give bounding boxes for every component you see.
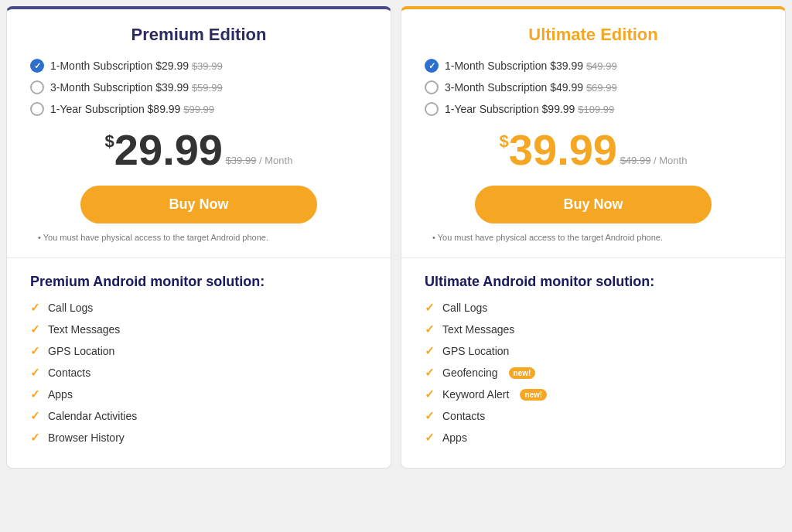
premium-sub-3month-strike: $59.99	[192, 82, 223, 94]
ultimate-sub-1year-strike: $109.99	[578, 104, 614, 115]
ultimate-sub-1year-label: 1-Year Subscription $99.99 $109.99	[445, 103, 614, 115]
ultimate-subscription-options: 1-Month Subscription $39.99 $49.99 3-Mon…	[425, 59, 762, 116]
check-icon: ✓	[30, 301, 40, 315]
ultimate-price-display: $39.99 $49.99 / Month	[425, 128, 762, 172]
premium-feature-calendar: ✓ Calendar Activities	[30, 409, 367, 423]
check-icon: ✓	[30, 344, 40, 358]
premium-feature-apps-label: Apps	[48, 388, 73, 401]
premium-feature-apps: ✓ Apps	[30, 387, 367, 401]
premium-radio-1year	[30, 102, 44, 116]
ultimate-feature-gps: ✓ GPS Location	[425, 344, 762, 358]
premium-feature-browser-label: Browser History	[48, 431, 125, 444]
ultimate-card: Ultimate Edition 1-Month Subscription $3…	[401, 6, 786, 469]
premium-card: Premium Edition 1-Month Subscription $29…	[6, 6, 391, 469]
premium-card-top: Premium Edition 1-Month Subscription $29…	[7, 9, 391, 258]
premium-feature-text-messages: ✓ Text Messages	[30, 322, 367, 336]
premium-sub-1year[interactable]: 1-Year Subscription $89.99 $99.99	[30, 102, 367, 116]
keyword-alert-new-badge: new!	[520, 389, 547, 401]
check-icon: ✓	[425, 366, 435, 380]
premium-feature-gps: ✓ GPS Location	[30, 344, 367, 358]
ultimate-title: Ultimate Edition	[425, 25, 762, 45]
ultimate-sub-3month-strike: $69.99	[586, 82, 617, 94]
ultimate-feature-contacts: ✓ Contacts	[425, 409, 762, 423]
ultimate-sub-3month-label: 3-Month Subscription $49.99 $69.99	[445, 81, 617, 94]
premium-features-section: Premium Android monitor solution: ✓ Call…	[7, 258, 391, 468]
premium-price-currency: $	[105, 133, 114, 150]
premium-price-original: $39.99	[226, 155, 257, 166]
ultimate-price-currency: $	[500, 133, 509, 150]
check-icon: ✓	[425, 387, 435, 401]
ultimate-buy-button[interactable]: Buy Now	[475, 186, 711, 223]
check-icon: ✓	[30, 322, 40, 336]
premium-sub-1month[interactable]: 1-Month Subscription $29.99 $39.99	[30, 59, 367, 73]
ultimate-feature-apps-label: Apps	[442, 431, 467, 444]
ultimate-features-section: Ultimate Android monitor solution: ✓ Cal…	[401, 258, 785, 468]
check-icon: ✓	[30, 409, 40, 423]
ultimate-sub-1month[interactable]: 1-Month Subscription $39.99 $49.99	[425, 59, 762, 73]
premium-sub-1year-strike: $99.99	[183, 104, 214, 115]
ultimate-feature-apps: ✓ Apps	[425, 431, 762, 445]
ultimate-feature-keyword-alert: ✓ Keyword Alert new!	[425, 387, 762, 401]
premium-sub-3month[interactable]: 3-Month Subscription $39.99 $59.99	[30, 80, 367, 94]
ultimate-features-title: Ultimate Android monitor solution:	[425, 274, 762, 290]
premium-feature-calendar-label: Calendar Activities	[48, 410, 137, 422]
ultimate-sub-1year[interactable]: 1-Year Subscription $99.99 $109.99	[425, 102, 762, 116]
check-icon: ✓	[425, 301, 435, 315]
premium-sub-1month-strike: $39.99	[192, 60, 223, 72]
ultimate-price-main: 39.99	[509, 125, 617, 174]
premium-feature-gps-label: GPS Location	[48, 345, 114, 357]
premium-price-sub: $39.99 / Month	[223, 155, 292, 165]
premium-price-display: $29.99 $39.99 / Month	[30, 128, 367, 172]
premium-sub-1month-label: 1-Month Subscription $29.99 $39.99	[50, 60, 223, 72]
ultimate-sub-1month-label: 1-Month Subscription $39.99 $49.99	[445, 60, 617, 72]
check-icon: ✓	[30, 431, 40, 445]
premium-feature-text-messages-label: Text Messages	[48, 323, 120, 336]
premium-title: Premium Edition	[30, 25, 367, 45]
ultimate-feature-geofencing-label: Geofencing	[442, 367, 498, 379]
ultimate-sub-1month-strike: $49.99	[586, 60, 617, 72]
check-icon: ✓	[30, 366, 40, 380]
premium-radio-1month-checked	[30, 59, 44, 73]
ultimate-feature-geofencing: ✓ Geofencing new!	[425, 366, 762, 380]
premium-sub-3month-label: 3-Month Subscription $39.99 $59.99	[50, 81, 223, 94]
check-icon: ✓	[425, 322, 435, 336]
ultimate-feature-gps-label: GPS Location	[442, 345, 509, 357]
premium-feature-call-logs: ✓ Call Logs	[30, 301, 367, 315]
pricing-container: Premium Edition 1-Month Subscription $29…	[6, 6, 786, 469]
premium-feature-browser: ✓ Browser History	[30, 431, 367, 445]
check-icon: ✓	[425, 344, 435, 358]
ultimate-price-sub: $49.99 / Month	[617, 155, 687, 165]
premium-feature-list: ✓ Call Logs ✓ Text Messages ✓ GPS Locati…	[30, 301, 367, 445]
premium-price-main: 29.99	[114, 125, 223, 174]
ultimate-disclaimer: You must have physical access to the tar…	[425, 233, 762, 242]
premium-features-title: Premium Android monitor solution:	[30, 274, 367, 290]
ultimate-card-top: Ultimate Edition 1-Month Subscription $3…	[401, 9, 785, 258]
check-icon: ✓	[425, 409, 435, 423]
ultimate-price-period: / Month	[654, 155, 687, 166]
premium-buy-button[interactable]: Buy Now	[80, 186, 316, 223]
premium-radio-3month	[30, 80, 44, 94]
ultimate-feature-keyword-alert-label: Keyword Alert	[442, 388, 509, 401]
premium-subscription-options: 1-Month Subscription $29.99 $39.99 3-Mon…	[30, 59, 367, 116]
ultimate-radio-1month-checked	[425, 59, 439, 73]
ultimate-feature-text-messages-label: Text Messages	[442, 323, 514, 336]
check-icon: ✓	[425, 431, 435, 445]
premium-price-period: / Month	[259, 155, 292, 166]
ultimate-radio-3month	[425, 80, 439, 94]
ultimate-feature-text-messages: ✓ Text Messages	[425, 322, 762, 336]
ultimate-sub-3month[interactable]: 3-Month Subscription $49.99 $69.99	[425, 80, 762, 94]
ultimate-feature-call-logs-label: Call Logs	[442, 302, 487, 314]
premium-feature-call-logs-label: Call Logs	[48, 302, 93, 314]
ultimate-feature-list: ✓ Call Logs ✓ Text Messages ✓ GPS Locati…	[425, 301, 762, 445]
ultimate-price-original: $49.99	[620, 155, 651, 166]
premium-disclaimer: You must have physical access to the tar…	[30, 233, 367, 242]
premium-feature-contacts: ✓ Contacts	[30, 366, 367, 380]
premium-sub-1year-label: 1-Year Subscription $89.99 $99.99	[50, 103, 214, 115]
ultimate-feature-contacts-label: Contacts	[442, 410, 485, 422]
geofencing-new-badge: new!	[509, 367, 536, 379]
premium-feature-contacts-label: Contacts	[48, 367, 90, 379]
check-icon: ✓	[30, 387, 40, 401]
ultimate-radio-1year	[425, 102, 439, 116]
ultimate-feature-call-logs: ✓ Call Logs	[425, 301, 762, 315]
